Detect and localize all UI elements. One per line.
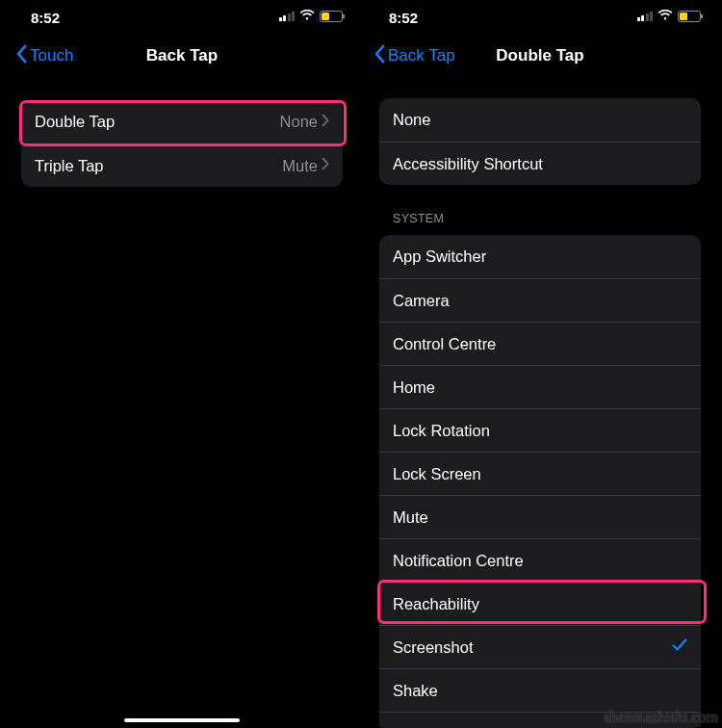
chevron-left-icon <box>15 44 27 68</box>
row-value: None <box>280 113 318 131</box>
back-label: Touch <box>30 46 73 65</box>
wifi-icon <box>299 8 315 25</box>
row-camera[interactable]: Camera <box>379 278 701 322</box>
row-label: App Switcher <box>393 247 687 266</box>
row-mute[interactable]: Mute <box>379 495 701 538</box>
row-none[interactable]: None <box>379 98 701 142</box>
wifi-icon <box>658 8 673 25</box>
row-app-switcher[interactable]: App Switcher <box>379 235 701 278</box>
row-value: Mute <box>282 157 318 175</box>
system-header: System <box>393 212 701 225</box>
chevron-left-icon <box>374 44 385 68</box>
status-time: 8:52 <box>389 10 418 26</box>
cellular-icon <box>637 12 654 21</box>
row-label: Control Centre <box>393 335 687 353</box>
row-label: Camera <box>393 292 687 310</box>
chevron-right-icon <box>322 157 329 174</box>
row-label: Triple Tap <box>35 157 282 175</box>
row-label: Screenshot <box>393 638 672 657</box>
row-control-centre[interactable]: Control Centre <box>379 322 701 365</box>
row-notification-centre[interactable]: Notification Centre <box>379 538 701 582</box>
row-label: Double Tap <box>35 113 280 131</box>
phone-back-tap: 8:52 Touch Back Tap Double Tap None <box>8 0 356 728</box>
back-label: Back Tap <box>388 46 455 65</box>
row-triple-tap[interactable]: Triple Tap Mute <box>21 143 343 187</box>
chevron-right-icon <box>322 114 329 131</box>
phone-double-tap: 8:52 Back Tap Double Tap None <box>366 0 714 728</box>
row-accessibility-shortcut[interactable]: Accessibility Shortcut <box>379 142 701 185</box>
row-reachability[interactable]: Reachability <box>379 582 701 625</box>
back-tap-group: Double Tap None Triple Tap Mute <box>21 100 343 187</box>
row-double-tap[interactable]: Double Tap None <box>21 100 343 143</box>
system-group: App Switcher Camera Control Centre Home … <box>379 235 701 728</box>
row-label: Accessibility Shortcut <box>393 155 687 173</box>
battery-icon <box>678 11 701 22</box>
row-shake[interactable]: Shake <box>379 668 701 712</box>
status-bar: 8:52 <box>8 0 356 35</box>
row-screenshot[interactable]: Screenshot <box>379 625 701 668</box>
back-button[interactable]: Touch <box>15 44 73 68</box>
back-button[interactable]: Back Tap <box>374 44 455 68</box>
stage: { "statusbar": { "time": "8:52" }, "left… <box>0 0 722 728</box>
top-options-group: None Accessibility Shortcut <box>379 98 701 185</box>
cellular-icon <box>279 12 296 21</box>
row-label: None <box>393 111 687 129</box>
nav-bar: Back Tap Double Tap <box>366 35 714 77</box>
row-label: Lock Screen <box>393 465 687 483</box>
status-time: 8:52 <box>31 10 60 26</box>
row-label: Mute <box>393 508 687 527</box>
nav-bar: Touch Back Tap <box>8 35 356 77</box>
row-label: Notification Centre <box>393 552 687 570</box>
row-label: Shake <box>393 682 687 700</box>
row-label: Lock Rotation <box>393 422 687 440</box>
home-indicator[interactable] <box>124 718 240 723</box>
row-home[interactable]: Home <box>379 365 701 408</box>
watermark: shenmazhishi.com <box>604 709 718 726</box>
row-lock-screen[interactable]: Lock Screen <box>379 452 701 495</box>
row-lock-rotation[interactable]: Lock Rotation <box>379 408 701 452</box>
row-label: Home <box>393 378 687 397</box>
status-bar: 8:52 <box>366 0 714 35</box>
checkmark-icon <box>672 638 687 656</box>
battery-icon <box>320 11 343 22</box>
row-label: Reachability <box>393 595 687 613</box>
